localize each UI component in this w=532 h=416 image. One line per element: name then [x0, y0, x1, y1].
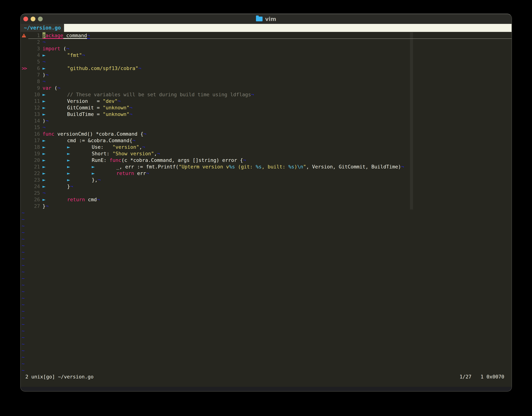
empty-line: ~ [22, 314, 512, 321]
sign-column [22, 131, 28, 137]
code-line[interactable]: 26► return cmd¬ [22, 196, 512, 203]
code-segment: ► [92, 163, 116, 170]
code-segment: ¬ [42, 190, 45, 196]
empty-line: ~ [22, 288, 512, 295]
sign-column [22, 170, 28, 177]
code-segment: "version" [113, 144, 139, 150]
code-line[interactable]: 21► ► ► _, err := fmt.Printf("Upterm ver… [22, 163, 512, 170]
code-line[interactable]: 19► ► Short: "Show version",¬ [22, 150, 512, 157]
code-line[interactable]: 4► "fmt"¬ [22, 52, 512, 58]
code-segment: , Version, GitCommit, BuildTime) [306, 163, 401, 170]
code-line[interactable]: 9var (¬ [22, 85, 512, 91]
code-line[interactable]: 7)¬ [22, 72, 512, 78]
title-bar[interactable]: vim [21, 14, 512, 24]
line-number: 16 [28, 131, 40, 137]
code-line[interactable]: 17► cmd := &cobra.Command{¬ [22, 137, 512, 144]
empty-line: ~ [22, 268, 512, 275]
tab-version-go[interactable]: ~/version.go [21, 24, 64, 32]
code-segment: ► [42, 144, 67, 150]
code-line[interactable]: 13► BuildTime = "unknown"¬ [22, 111, 512, 118]
code-line[interactable]: 20► ► RunE: func(c *cobra.Command, args … [22, 157, 512, 163]
code-segment: ¬ [82, 52, 85, 58]
code-segment: } [42, 203, 45, 209]
sign-column [22, 203, 28, 209]
code-segment: ( [60, 45, 67, 52]
code-line[interactable]: 1package command¬ [22, 32, 512, 39]
code-line[interactable]: 16func versionCmd() *cobra.Command {¬ [22, 131, 512, 137]
code-segment: return [67, 196, 85, 203]
code-segment: "dev" [103, 98, 117, 104]
line-number: 19 [28, 150, 40, 157]
code-segment: versionCmd() *cobra.Command { [54, 131, 143, 137]
code-line[interactable]: 22► ► ► return err¬ [22, 170, 512, 177]
code-line[interactable]: 2¬ [22, 39, 512, 45]
tilde-marker: ~ [22, 223, 28, 229]
code-segment: func [42, 131, 54, 137]
code-segment: ► [42, 196, 67, 203]
code-text: ► cmd := &cobra.Command{¬ [42, 137, 135, 144]
code-line[interactable]: 10► // These variables will be set durin… [22, 91, 512, 98]
change-sign-icon: >> [22, 65, 28, 72]
empty-line: ~ [22, 282, 512, 288]
line-number: 15 [28, 124, 40, 131]
empty-line: ~ [22, 301, 512, 308]
sign-column [22, 124, 28, 131]
code-segment: ¬ [146, 170, 149, 177]
sign-column [22, 72, 28, 78]
code-line[interactable]: >>6► "github.com/spf13/cobra"¬ [22, 65, 512, 72]
code-segment: cmd := &cobra.Command{ [67, 137, 133, 144]
line-number: 9 [28, 85, 40, 91]
code-segment: ► [42, 177, 67, 183]
close-button[interactable] [23, 17, 28, 21]
code-line[interactable]: 27}¬ [22, 203, 512, 209]
code-line[interactable]: 14)¬ [22, 118, 512, 124]
code-text: ► // These variables will be set during … [42, 91, 254, 98]
tilde-marker: ~ [22, 328, 28, 334]
code-segment: ¬ [45, 203, 48, 209]
code-line[interactable]: 11► Version = "dev"¬ [22, 98, 512, 104]
code-segment: ¬ [132, 137, 135, 144]
empty-line: ~ [22, 249, 512, 255]
code-text: package command¬ [42, 32, 90, 39]
code-text: ► ► RunE: func(c *cobra.Command, args []… [42, 157, 246, 163]
code-text: ¬ [42, 58, 45, 65]
code-segment: ¬ [42, 39, 45, 45]
empty-line: ~ [22, 216, 512, 223]
status-bar: 2 unix[go] ~/version.go 1/27 1 0x0070 [22, 374, 512, 380]
editor-area[interactable]: 1package command¬2¬3import (¬4► "fmt"¬5¬… [21, 32, 512, 387]
code-line[interactable]: 24► }¬ [22, 183, 512, 190]
code-segment: ► [42, 163, 67, 170]
code-line[interactable]: 5¬ [22, 58, 512, 65]
tilde-marker: ~ [22, 268, 28, 275]
code-line[interactable]: 23► ► },¬ [22, 177, 512, 183]
line-number: 23 [28, 177, 40, 183]
empty-line: ~ [22, 334, 512, 341]
line-number: 11 [28, 98, 40, 104]
cursor: p [42, 32, 45, 39]
code-segment: ► [67, 163, 92, 170]
code-segment: ¬ [251, 91, 254, 98]
code-line[interactable]: 3import (¬ [22, 45, 512, 52]
empty-line: ~ [22, 347, 512, 354]
minimize-button[interactable] [31, 17, 35, 21]
code-text: ► BuildTime = "unknown"¬ [42, 111, 133, 118]
code-segment: ► [92, 170, 116, 177]
line-number: 20 [28, 157, 40, 163]
code-text: ► "github.com/spf13/cobra"¬ [42, 65, 141, 72]
code-segment: "github.com/spf13/cobra" [67, 65, 138, 72]
code-text: var (¬ [42, 85, 60, 91]
code-segment: ¬ [129, 104, 132, 111]
code-line[interactable]: 18► ► Use: "version",¬ [22, 144, 512, 150]
code-line[interactable]: 8¬ [22, 78, 512, 85]
code-line[interactable]: 15¬ [22, 124, 512, 131]
code-line[interactable]: 25¬ [22, 190, 512, 196]
zoom-button[interactable] [38, 17, 43, 21]
code-segment: RunE: [92, 157, 110, 163]
line-number: 14 [28, 118, 40, 124]
code-segment: var [42, 85, 51, 91]
code-segment: ¬ [87, 32, 90, 39]
status-line-indicator: 1/27 [460, 374, 471, 380]
code-line[interactable]: 12► GitCommit = "unknown"¬ [22, 104, 512, 111]
sign-column [22, 190, 28, 196]
empty-line: ~ [22, 341, 512, 347]
